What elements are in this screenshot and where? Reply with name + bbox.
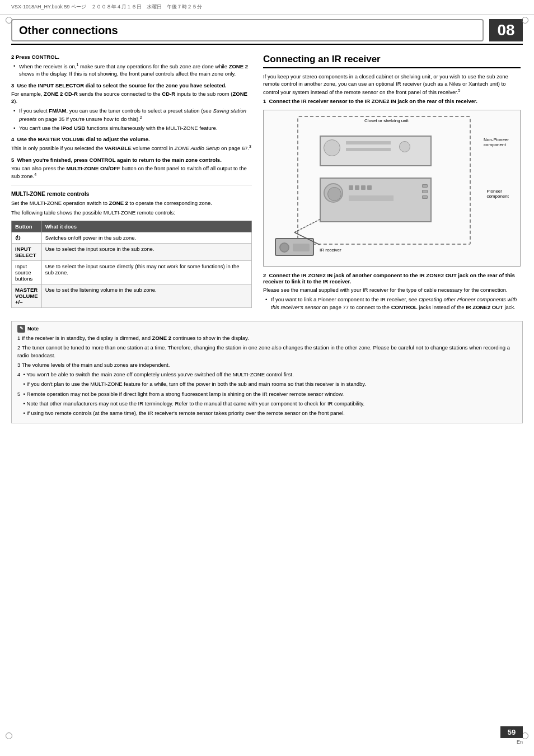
ir-item-1-heading: 1 Connect the IR receiver sensor to the …	[263, 98, 521, 104]
btn4	[367, 185, 372, 190]
right-column: Connecting an IR receiver If you keep yo…	[263, 54, 521, 315]
note-header: ✎ Note	[17, 325, 517, 333]
pioneer-knob	[324, 183, 343, 203]
table-row: MASTERVOLUME+/– Use to set the listening…	[12, 284, 252, 308]
corner-mark-tl	[6, 17, 12, 24]
multizone-heading: MULTI-ZONE remote controls	[11, 191, 252, 197]
main-content: 2 Press CONTROL. When the receiver is on…	[11, 45, 523, 315]
pioneer-component	[320, 178, 432, 222]
page: VSX-1018AH_HY.book 59 ページ ２００８年４月１６日 水曜日…	[0, 0, 534, 756]
table-cell-power-icon: ⏻	[12, 232, 42, 244]
item-2-bullets: When the receiver is on,1 make sure that…	[11, 62, 252, 78]
ir-item-2-body: Please see the manual supplied with your…	[263, 286, 521, 293]
corner-mark-tr	[522, 17, 528, 24]
note-5c: • If using two remote controls (at the s…	[17, 409, 517, 417]
note-4b: • If you don't plan to use the MULTI-ZON…	[17, 380, 517, 388]
table-row: ⏻ Switches on/off power in the sub zone.	[12, 232, 252, 244]
item-4-body: This is only possible if you selected th…	[11, 144, 252, 152]
ir-section-title: Connecting an IR receiver	[263, 54, 521, 68]
note-5b: • Note that other manufacturers may not …	[17, 400, 517, 407]
item-2-heading: 2 Press CONTROL.	[11, 54, 252, 60]
note-3: 3 The volume levels of the main and sub …	[17, 361, 517, 368]
item-3-heading: 3 Use the INPUT SELECTOR dial to select …	[11, 82, 252, 88]
note-1: 1 If the receiver is in standby, the dis…	[17, 334, 517, 342]
item-5: 5 When you're finished, press CONTROL ag…	[11, 157, 252, 180]
port1	[422, 184, 428, 188]
item-2: 2 Press CONTROL. When the receiver is on…	[11, 54, 252, 78]
display	[349, 195, 394, 201]
table-header-action: What it does	[41, 221, 251, 232]
item-3-bullets: If you select FM/AM, you can use the tun…	[11, 107, 252, 132]
table-cell-master-vol-desc: Use to set the listening volume in the s…	[41, 284, 251, 308]
label-closet: Closet or shelving unit	[364, 118, 409, 123]
table-row: Inputsourcebuttons Use to select the inp…	[12, 261, 252, 284]
table-cell-source-buttons-desc: Use to select the input source directly …	[41, 261, 251, 284]
item-3: 3 Use the INPUT SELECTOR dial to select …	[11, 82, 252, 132]
knob	[324, 139, 340, 156]
item-2-bullet-1: When the receiver is on,1 make sure that…	[19, 62, 252, 78]
table-cell-source-buttons: Inputsourcebuttons	[12, 261, 42, 284]
ir-item-1: 1 Connect the IR receiver sensor to the …	[263, 98, 521, 267]
table-cell-input-select: INPUTSELECT	[12, 244, 42, 261]
multizone-body1: Set the MULTI-ZONE operation switch to Z…	[11, 199, 252, 207]
ir-sensor	[279, 242, 289, 253]
btn3	[361, 185, 366, 190]
non-pioneer-component	[320, 136, 432, 166]
chapter-number: 08	[489, 19, 523, 41]
port2	[422, 190, 428, 193]
port3	[422, 195, 428, 199]
table-cell-power-desc: Switches on/off power in the sub zone.	[41, 232, 251, 244]
table-header-button: Button	[12, 221, 42, 232]
display-bar	[346, 141, 391, 144]
table-cell-input-select-desc: Use to select the input source in the su…	[41, 244, 251, 261]
header-title: Other connections	[11, 19, 484, 41]
multizone-table: Button What it does ⏻ Switches on/off po…	[11, 221, 252, 308]
item-4: 4 Use the MASTER VOLUME dial to adjust t…	[11, 136, 252, 152]
header: Other connections 08	[11, 15, 523, 45]
label-ir-receiver: IR receiver	[320, 248, 341, 253]
display-bar2	[346, 148, 391, 151]
multizone-body2: The following table shows the possible M…	[11, 209, 252, 216]
ports	[422, 184, 428, 199]
label-non-pioneer: Non-Pioneercomponent	[484, 137, 509, 147]
item-5-body: You can also press the MULTI-ZONE ON/OFF…	[11, 165, 252, 180]
btn1	[349, 185, 353, 190]
left-column: 2 Press CONTROL. When the receiver is on…	[11, 54, 252, 315]
ir-intro: If you keep your stereo components in a …	[263, 73, 521, 96]
item-5-heading: 5 When you're finished, press CONTROL ag…	[11, 157, 252, 163]
divider	[11, 185, 252, 185]
ir-receiver-box	[275, 238, 314, 256]
small-knob	[399, 141, 410, 152]
label-pioneer: Pioneercomponent	[486, 189, 509, 199]
ir-item-2-heading: 2 Connect the IR ZONE2 IN jack of anothe…	[263, 272, 521, 284]
table-row: INPUTSELECT Use to select the input sour…	[12, 244, 252, 261]
item-3-bullet-2: You can't use the iPod USB functions sim…	[19, 124, 252, 132]
note-2: 2 The tuner cannot be tuned to more than…	[17, 344, 517, 359]
note-box: ✎ Note 1 If the receiver is in standby, …	[11, 321, 523, 423]
note-icon: ✎	[17, 325, 25, 333]
item-3-bullet-1: If you select FM/AM, you can use the tun…	[19, 107, 252, 123]
ir-item-2: 2 Connect the IR ZONE2 IN jack of anothe…	[263, 272, 521, 311]
inner-knob	[327, 187, 341, 201]
note-4a: 4 • You won't be able to switch the main…	[17, 371, 517, 378]
top-bar: VSX-1018AH_HY.book 59 ページ ２００８年４月１６日 水曜日…	[0, 0, 534, 15]
note-5a: 5 • Remote operation may not be possible…	[17, 390, 517, 398]
ir-item-2-bullets: If you want to link a Pioneer component …	[263, 296, 521, 311]
page-lang: En	[517, 739, 523, 745]
page-footer: 59 En	[0, 726, 534, 745]
page-number: 59	[500, 726, 523, 738]
btn2	[355, 185, 359, 190]
button-row	[349, 185, 372, 190]
item-3-body: For example, ZONE 2 CD-R sends the sourc…	[11, 90, 252, 105]
item-4-heading: 4 Use the MASTER VOLUME dial to adjust t…	[11, 136, 252, 142]
top-bar-text: VSX-1018AH_HY.book 59 ページ ２００８年４月１６日 水曜日…	[11, 3, 202, 11]
table-cell-master-vol: MASTERVOLUME+/–	[12, 284, 42, 308]
ir-bullet-1: If you want to link a Pioneer component …	[271, 296, 521, 311]
ir-diagram: Closet or shelving unit Non-Pioneercompo…	[263, 110, 521, 267]
ir-body	[293, 244, 310, 251]
